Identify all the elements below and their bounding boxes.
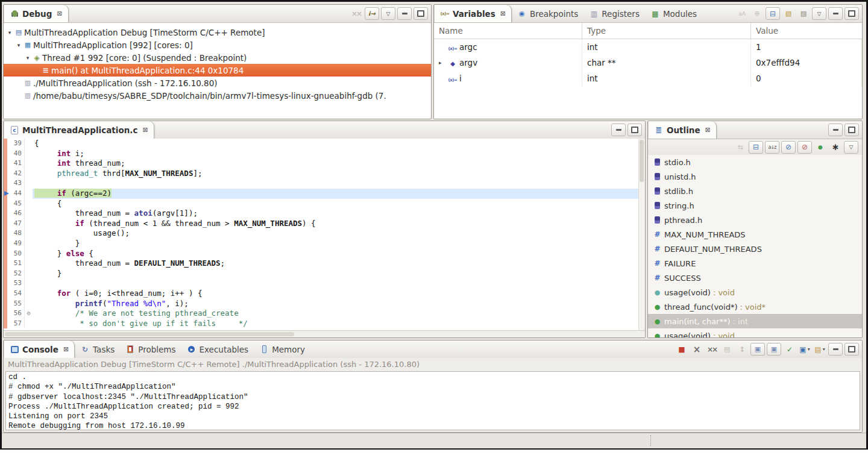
code-line[interactable]: 52 } [4,269,639,279]
line-number[interactable]: 46 [4,209,24,219]
show-stderr-icon[interactable] [767,343,781,356]
code-line[interactable]: 45 { [4,199,639,209]
maximize-icon[interactable] [844,124,859,136]
code-line[interactable]: 46 thread_num = atoi(argv[1]); [4,209,639,219]
line-number[interactable]: 49 [4,239,24,249]
line-number[interactable]: 51 [4,259,24,269]
remove-launch-icon[interactable] [690,344,703,355]
instruction-stepping-icon[interactable] [365,7,379,20]
scroll-lock-icon[interactable] [735,344,749,355]
outline-item[interactable]: usage(void): void [648,328,862,337]
code-line[interactable]: 43 [4,178,639,189]
fold-collapse-icon[interactable]: ⊖ [24,309,33,319]
tab-problems[interactable]: Problems [120,340,181,358]
close-tab-icon[interactable]: ⊠ [500,10,506,17]
variable-row[interactable]: argcint1 [434,39,862,55]
outline-item[interactable]: MAX_NUM_THREADS [648,227,862,242]
code-line[interactable]: 48 usage(); [4,228,639,239]
code-line[interactable]: 44 if (argc==2) [4,189,639,199]
code-line[interactable]: 50 } else { [4,249,639,259]
console-output[interactable]: cd .# chmod +x "./MultiThreadApplication… [5,371,860,430]
code-line[interactable]: 55 printf("Thread %d\n", i); [4,299,639,309]
tab-registers[interactable]: Registers [583,5,645,22]
tab-memory[interactable]: Memory [254,340,310,358]
tab-executables[interactable]: Executables [181,340,254,358]
tree-expander-icon[interactable]: ▾ [24,55,31,61]
tab-tasks[interactable]: Tasks [75,340,120,358]
outline-item[interactable]: usage(void): void [648,285,862,300]
tab-variables[interactable]: Variables⊠ [434,5,512,22]
tab-outline[interactable]: Outline⊠ [648,121,717,139]
line-number[interactable]: 56 [4,309,24,319]
tab-debug[interactable]: Debug⊠ [4,5,69,22]
line-number[interactable]: 39 [4,139,24,149]
outline-item[interactable]: string.h [648,198,862,213]
code-line[interactable]: 49 } [4,239,639,249]
debug-launch-tree[interactable]: ▾MultiThreadApplication Debug [TimeStorm… [4,23,431,102]
code-line[interactable]: 47 if (thread_num < 1 && thread_num > MA… [4,219,639,229]
outline-item[interactable]: thread_func(void*): void* [648,300,862,314]
line-number[interactable]: 50 [4,249,24,259]
code-line[interactable]: 57 * so don't give up if it fails */ [4,319,639,329]
code-line[interactable]: 54 for ( i=0; i<thread_num; i++ ) { [4,289,639,299]
hide-non-public-members-icon[interactable] [814,142,827,153]
tab-modules[interactable]: Modules [645,5,702,22]
maximize-icon[interactable] [414,7,428,20]
outline-item[interactable]: stdlib.h [648,184,862,198]
debug-tree-row[interactable]: main() at MultiThreadApplication.c:44 0x… [4,64,431,77]
remove-all-terminated-icon[interactable] [705,344,719,355]
code-line[interactable]: 42 pthread_t thrd[MAX_NUM_THREADS]; [4,169,639,179]
outline-item[interactable]: SUCCESS [648,271,862,285]
maximize-icon[interactable] [844,343,859,356]
tab-breakpoints[interactable]: Breakpoints [512,5,583,22]
outline-item[interactable]: DEFAULT_NUM_THREADS [648,242,862,256]
new-variables-view-icon[interactable] [782,8,795,19]
collapse-all-icon[interactable] [766,7,780,20]
debug-tree-row[interactable]: ▾Thread #1 992 [core: 0] (Suspended : Br… [4,51,431,64]
outline-item[interactable]: stdio.h [648,155,862,169]
line-number[interactable]: 57 [4,319,24,329]
line-number[interactable]: 54 [4,289,24,299]
close-tab-icon[interactable]: ⊠ [63,345,69,353]
maximize-icon[interactable] [627,124,642,136]
line-number[interactable]: 55 [4,299,24,309]
minimize-icon[interactable] [828,124,843,136]
outline-list[interactable]: stdio.hunistd.hstdlib.hstring.hpthread.h… [648,155,862,337]
variable-row[interactable]: ▸argvchar **0x7efffd94 [434,55,862,71]
variable-expander-icon[interactable]: ▸ [439,60,446,66]
debug-tree-row[interactable]: /home/babu/timesys/SABRE_SDP/toolchain/b… [4,89,431,102]
code-editor[interactable]: 39{40 int i;41 int thread_num;42 pthread… [4,139,645,331]
show-type-names-icon[interactable] [735,8,749,19]
hide-static-members-icon[interactable] [797,141,812,154]
editor-vertical-scrollbar[interactable] [638,139,645,331]
debug-tree-row[interactable]: ./MultiThreadApplication (ssh - 172.16.1… [4,77,431,89]
minimize-icon[interactable] [828,7,843,20]
sort-icon[interactable] [765,141,779,154]
terminate-icon[interactable] [675,344,688,355]
view-menu-icon[interactable] [844,141,858,154]
hide-inactive-icon[interactable] [829,142,842,153]
variable-row[interactable]: iint0 [434,71,862,86]
code-line[interactable]: 40 int i; [4,149,639,159]
open-console-icon[interactable]: ▾ [813,344,826,355]
dropdown-caret-icon[interactable]: ▾ [823,347,825,352]
maximize-icon[interactable] [844,7,859,20]
column-header-name[interactable]: Name [434,23,582,39]
line-number[interactable]: 43 [4,178,24,189]
line-number[interactable]: 41 [4,158,24,169]
line-number[interactable]: 52 [4,269,24,279]
collapse-all-icon[interactable] [749,141,763,154]
clear-console-icon[interactable] [720,344,734,355]
show-logical-structure-icon[interactable] [750,8,764,19]
debug-tree-row[interactable]: ▾MultiThreadApplication Debug [TimeStorm… [4,26,431,39]
outline-item[interactable]: pthread.h [648,213,862,227]
pin-console-icon[interactable] [783,344,796,355]
line-number[interactable]: 40 [4,149,24,159]
code-line[interactable]: 41 int thread_num; [4,158,639,169]
close-tab-icon[interactable]: ⊠ [705,126,711,134]
tree-expander-icon[interactable]: ▾ [6,30,13,36]
code-line[interactable]: 53 [4,278,639,289]
code-line[interactable]: 56⊖ /* We are not testing pthread_create [4,309,639,319]
line-number[interactable]: 42 [4,169,24,179]
outline-item[interactable]: main(int, char**): int [648,314,862,328]
